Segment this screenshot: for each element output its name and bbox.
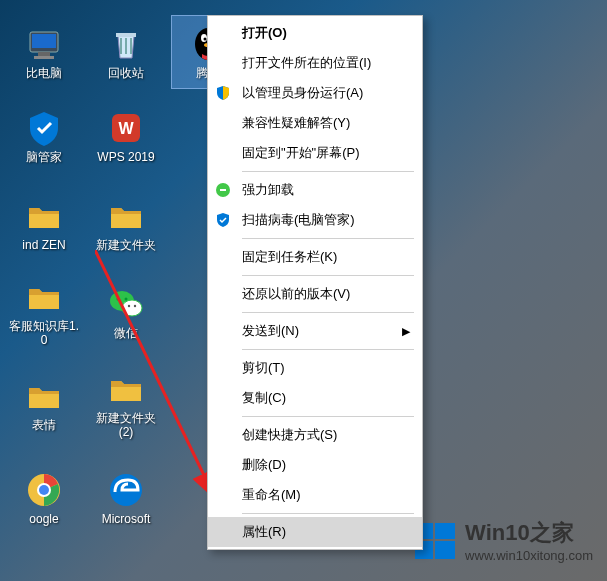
menu-separator [242, 238, 414, 239]
desktop-icon-folder[interactable]: 客服知识库1.0 [8, 276, 80, 348]
icon-label: 回收站 [108, 66, 144, 80]
svg-point-25 [39, 485, 49, 495]
icon-label: oogle [29, 512, 58, 526]
menu-separator [242, 312, 414, 313]
menu-separator [242, 416, 414, 417]
chevron-right-icon: ▶ [402, 325, 410, 338]
desktop-icon-folder[interactable]: 新建文件夹(2) [90, 368, 162, 440]
icon-label: 新建文件夹 [96, 238, 156, 252]
svg-rect-6 [130, 38, 132, 54]
menu-item-label: 删除(D) [242, 456, 286, 474]
folder-icon [24, 196, 64, 236]
menu-item[interactable]: 以管理员身份运行(A) [208, 78, 422, 108]
menu-separator [242, 171, 414, 172]
desktop-icon-pc[interactable]: 比电脑 [8, 16, 80, 88]
menu-item-label: 固定到任务栏(K) [242, 248, 337, 266]
menu-item-label: 重命名(M) [242, 486, 301, 504]
watermark-url: www.win10xitong.com [465, 548, 593, 563]
icon-label: 表情 [32, 418, 56, 432]
icon-label: Microsoft [102, 512, 151, 526]
svg-point-18 [122, 300, 142, 316]
menu-item[interactable]: 发送到(N)▶ [208, 316, 422, 346]
menu-item-label: 复制(C) [242, 389, 286, 407]
menu-item-label: 属性(R) [242, 523, 286, 541]
desktop-icon-wechat[interactable]: 微信 [90, 276, 162, 348]
menu-separator [242, 275, 414, 276]
menu-item[interactable]: 打开文件所在的位置(I) [208, 48, 422, 78]
svg-rect-4 [120, 38, 122, 54]
folder-icon [106, 196, 146, 236]
watermark-title: Win10之家 [465, 518, 593, 548]
desktop[interactable]: 比电脑回收站腾讯脑管家WWPS 2019ind ZEN新建文件夹客服知识库1.0… [0, 0, 607, 581]
menu-item-label: 扫描病毒(电脑管家) [242, 211, 355, 229]
icon-label: ind ZEN [22, 238, 65, 252]
menu-item[interactable]: 创建快捷方式(S) [208, 420, 422, 450]
desktop-icon-folder[interactable]: 新建文件夹 [90, 188, 162, 260]
icon-label: WPS 2019 [97, 150, 154, 164]
svg-point-19 [117, 297, 120, 300]
desktop-icon-wps[interactable]: WWPS 2019 [90, 100, 162, 172]
menu-item[interactable]: 属性(R) [208, 517, 422, 547]
menu-item-label: 打开(O) [242, 24, 287, 42]
menu-separator [242, 513, 414, 514]
icon-label: 新建文件夹(2) [90, 411, 162, 440]
menu-item[interactable]: 兼容性疑难解答(Y) [208, 108, 422, 138]
folder-icon [24, 376, 64, 416]
svg-point-22 [134, 305, 136, 307]
pc-icon [24, 24, 64, 64]
menu-item-label: 创建快捷方式(S) [242, 426, 337, 444]
menu-item[interactable]: 剪切(T) [208, 353, 422, 383]
icon-label: 脑管家 [26, 150, 62, 164]
svg-rect-34 [435, 541, 455, 559]
menu-item-label: 强力卸载 [242, 181, 294, 199]
qqmanager-icon [214, 211, 232, 229]
folder-icon [24, 277, 64, 317]
qqmanager-icon [24, 108, 64, 148]
menu-item-label: 还原以前的版本(V) [242, 285, 350, 303]
menu-item[interactable]: 删除(D) [208, 450, 422, 480]
desktop-icon-folder[interactable]: ind ZEN [8, 188, 80, 260]
menu-item-label: 固定到"开始"屏幕(P) [242, 144, 360, 162]
menu-item[interactable]: 还原以前的版本(V) [208, 279, 422, 309]
recycle-icon [106, 24, 146, 64]
svg-rect-32 [435, 523, 455, 539]
menu-item[interactable]: 强力卸载 [208, 175, 422, 205]
desktop-icon-recycle[interactable]: 回收站 [90, 16, 162, 88]
shield-icon [214, 84, 232, 102]
edge-icon [106, 470, 146, 510]
svg-rect-7 [116, 33, 136, 37]
menu-separator [242, 349, 414, 350]
menu-item-label: 以管理员身份运行(A) [242, 84, 363, 102]
desktop-icon-chrome[interactable]: oogle [8, 462, 80, 534]
svg-rect-2 [38, 52, 50, 56]
menu-item-label: 发送到(N) [242, 322, 299, 340]
menu-item-label: 兼容性疑难解答(Y) [242, 114, 350, 132]
svg-point-21 [128, 305, 130, 307]
icon-label: 客服知识库1.0 [8, 319, 80, 348]
folder-icon [106, 369, 146, 409]
svg-rect-5 [125, 38, 127, 54]
uninstall-icon [214, 181, 232, 199]
menu-item-label: 剪切(T) [242, 359, 285, 377]
menu-item[interactable]: 打开(O) [208, 18, 422, 48]
desktop-icon-folder[interactable]: 表情 [8, 368, 80, 440]
svg-text:W: W [118, 120, 134, 137]
watermark: Win10之家 www.win10xitong.com [413, 518, 593, 563]
menu-item-label: 打开文件所在的位置(I) [242, 54, 371, 72]
icon-label: 微信 [114, 326, 138, 340]
svg-rect-3 [34, 56, 54, 59]
chrome-icon [24, 470, 64, 510]
context-menu: 打开(O)打开文件所在的位置(I)以管理员身份运行(A)兼容性疑难解答(Y)固定… [207, 15, 423, 550]
icon-label: 比电脑 [26, 66, 62, 80]
menu-item[interactable]: 重命名(M) [208, 480, 422, 510]
wps-icon: W [106, 108, 146, 148]
desktop-icon-qqmanager[interactable]: 脑管家 [8, 100, 80, 172]
wechat-icon [106, 284, 146, 324]
menu-item[interactable]: 固定到"开始"屏幕(P) [208, 138, 422, 168]
menu-item[interactable]: 复制(C) [208, 383, 422, 413]
svg-rect-1 [32, 34, 56, 48]
menu-item[interactable]: 扫描病毒(电脑管家) [208, 205, 422, 235]
svg-point-20 [125, 297, 128, 300]
desktop-icon-edge[interactable]: Microsoft [90, 462, 162, 534]
menu-item[interactable]: 固定到任务栏(K) [208, 242, 422, 272]
